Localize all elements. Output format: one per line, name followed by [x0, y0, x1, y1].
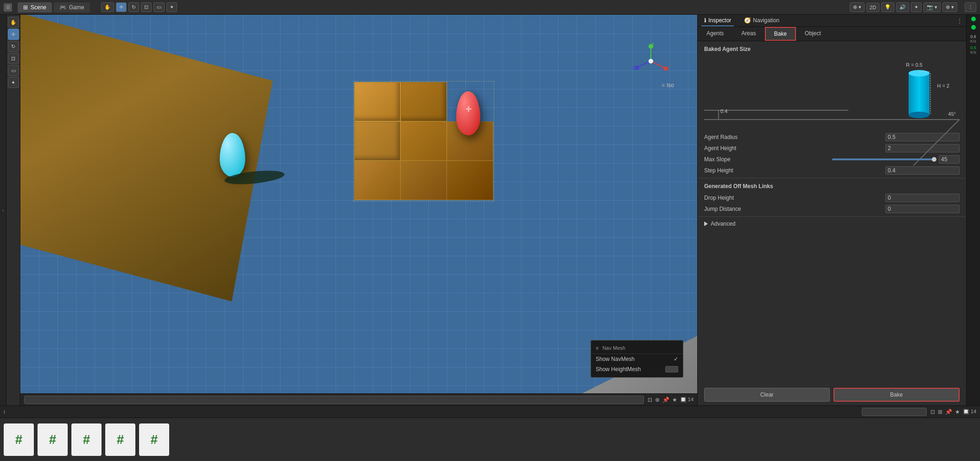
hand-tool[interactable]: ✋ — [8, 17, 19, 28]
max-slope-thumb[interactable] — [932, 157, 936, 162]
cylinder-diagram — [906, 69, 932, 120]
bottom-maximize-icon[interactable]: ⊡ — [930, 409, 935, 415]
tab-game[interactable]: 🎮 Game — [54, 2, 90, 13]
asset-icon-4[interactable]: # — [105, 423, 135, 456]
action-buttons: Clear Bake — [698, 384, 966, 405]
camera-btn[interactable]: 📷 ▾ — [923, 2, 941, 12]
panel-header: ℹ Inspector 🧭 Navigation ⋮ — [698, 15, 966, 27]
left-arrow-icon: › — [2, 208, 4, 213]
scene-view[interactable]: ✛ y x z ≡ Iso — [20, 15, 697, 405]
left-expand-handle[interactable]: › — [0, 15, 6, 405]
agent-radius-input[interactable] — [885, 133, 960, 141]
2d-btn[interactable]: 2D — [866, 3, 879, 12]
asset-icon-2[interactable]: # — [38, 423, 68, 456]
box-bot-center — [401, 161, 447, 200]
nav-mesh-lines-icon: ≡ — [596, 345, 598, 351]
bottom-pin-icon[interactable]: 📌 — [945, 409, 952, 415]
show-navmesh-item[interactable]: Show NavMesh ✓ — [591, 354, 683, 364]
nav-tab-areas[interactable]: Areas — [732, 27, 764, 41]
gizmos-btn[interactable]: ⊕ ▾ — [942, 2, 957, 12]
right-panel: ℹ Inspector 🧭 Navigation ⋮ Agents Areas — [697, 15, 966, 405]
max-slope-slider[interactable] — [832, 158, 936, 160]
drop-height-input[interactable] — [885, 194, 960, 202]
section-divider-1 — [698, 178, 966, 178]
bottom-search[interactable] — [862, 408, 927, 416]
inspector-icon: ℹ — [704, 17, 706, 24]
advanced-row[interactable]: Advanced — [698, 219, 966, 229]
gizmo-widget[interactable]: y x z — [632, 43, 669, 80]
star-scene-btn[interactable]: ★ — [672, 397, 677, 403]
iso-lines-icon: ≡ — [662, 82, 665, 88]
jump-distance-row: Jump Distance — [698, 203, 966, 215]
rect-tool[interactable]: ▭ — [8, 65, 19, 76]
tool-btn-rect[interactable]: ▭ — [153, 2, 165, 12]
panel-more-btn[interactable]: ⋮ — [957, 18, 962, 24]
advanced-triangle-icon — [704, 221, 708, 226]
more-btn[interactable]: ⋮ — [965, 2, 976, 12]
pivot-btn[interactable]: ⊕ ▾ — [850, 2, 865, 12]
metric-values: 0.6 K/s 0.5 K/s — [970, 34, 976, 55]
navigation-panel: Agents Areas Bake Object Baked Agent Siz… — [698, 27, 966, 405]
max-slope-label: Max Slope — [704, 156, 832, 163]
show-heightmesh-item[interactable]: Show HeightMesh — [591, 364, 683, 374]
left-toolbar: ✋ ✛ ↻ ⊡ ▭ ✦ — [6, 15, 20, 405]
capsule-crosshair: ✛ — [465, 105, 471, 114]
pin-scene-btn[interactable]: 📌 — [662, 397, 669, 403]
tab-scene[interactable]: ⊞ Scene — [18, 2, 52, 13]
tool-btn-scale[interactable]: ⊡ — [141, 2, 152, 12]
show-navmesh-check: ✓ — [674, 356, 678, 362]
bottom-label: t — [4, 409, 5, 415]
advanced-label: Advanced — [711, 221, 735, 227]
scene-search-input[interactable] — [24, 396, 644, 404]
asset-icon-3[interactable]: # — [71, 423, 102, 456]
unity-menu-icon[interactable]: ☰ — [4, 3, 12, 12]
add-scene-btn[interactable]: ⊕ — [655, 397, 660, 403]
bottom-grid-icon[interactable]: ⊞ — [938, 409, 942, 415]
rotate-tool[interactable]: ↻ — [8, 41, 19, 52]
bottom-icons: ⊡ ⊞ 📌 ★ 🔲 14 — [930, 409, 976, 415]
show-navmesh-label: Show NavMesh — [596, 356, 635, 362]
maximize-scene-btn[interactable]: ⊡ — [648, 397, 652, 403]
step-height-label: Step Height — [704, 167, 885, 174]
iso-label: ≡ Iso — [662, 82, 674, 88]
navigation-panel-tab[interactable]: 🧭 Navigation — [741, 15, 782, 26]
iso-text: Iso — [667, 82, 674, 88]
view-tools: ⊕ ▾ 2D 💡 🔊 ✦ 📷 ▾ ⊕ ▾ — [850, 2, 957, 12]
nav-mesh-popup: ≡ Nav Mesh Show NavMesh ✓ Show HeightMes… — [591, 340, 683, 378]
tool-btn-hand[interactable]: ✋ — [101, 2, 114, 12]
audio-btn[interactable]: 🔊 — [896, 2, 909, 12]
clear-button[interactable]: Clear — [704, 388, 830, 402]
svg-line-3 — [651, 61, 665, 68]
right-metrics: 0.6 K/s 0.5 K/s — [966, 15, 980, 405]
tool-btn-rotate[interactable]: ↻ — [128, 2, 139, 12]
jump-distance-input[interactable] — [885, 205, 960, 213]
asset-icon-1[interactable]: # — [4, 423, 34, 456]
nav-tab-object[interactable]: Object — [796, 27, 830, 41]
agent-height-input[interactable] — [885, 144, 960, 152]
scene-tab-icon: ⊞ — [23, 4, 28, 11]
scene-bottom-bar: ⊡ ⊕ 📌 ★ 🔲 14 — [20, 393, 697, 405]
svg-point-11 — [909, 70, 929, 76]
heightmesh-toggle[interactable] — [665, 366, 678, 373]
section-divider-2 — [698, 216, 966, 217]
nav-tab-bake[interactable]: Bake — [765, 27, 796, 41]
drop-height-label: Drop Height — [704, 195, 885, 201]
tool-btn-move[interactable]: ✛ — [116, 2, 127, 12]
bake-button[interactable]: Bake — [834, 388, 960, 402]
bottom-star-icon[interactable]: ★ — [955, 409, 960, 415]
nav-mesh-title: Nav Mesh — [602, 345, 625, 351]
nav-tab-agents[interactable]: Agents — [698, 27, 732, 41]
step-height-input[interactable] — [885, 166, 960, 175]
lighting-btn[interactable]: 💡 — [881, 2, 894, 12]
scene-tab-label: Scene — [31, 4, 46, 11]
scale-tool[interactable]: ⊡ — [8, 53, 19, 64]
effects-btn[interactable]: ✦ — [911, 2, 922, 12]
asset-icon-5[interactable]: # — [139, 423, 169, 456]
max-slope-row: Max Slope — [698, 154, 966, 165]
move-tool[interactable]: ✛ — [8, 29, 19, 40]
transform-tool[interactable]: ✦ — [8, 77, 19, 88]
inspector-panel-tab[interactable]: ℹ Inspector — [701, 15, 734, 26]
tool-btn-transform[interactable]: ✦ — [166, 2, 177, 12]
diagram-label-04: 0.4 — [720, 108, 727, 114]
max-slope-input[interactable] — [939, 155, 960, 164]
